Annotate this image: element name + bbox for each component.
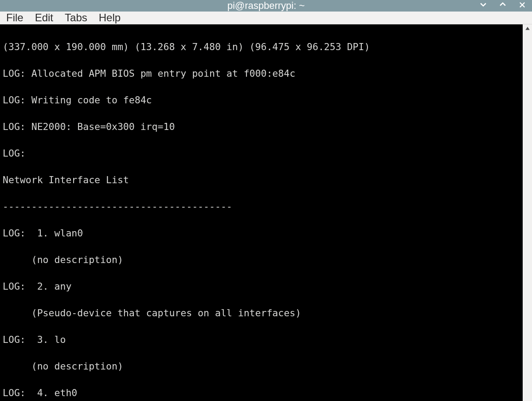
terminal-line: LOG: 1. wlan0	[3, 227, 520, 240]
window-title: pi@raspberrypi: ~	[227, 0, 305, 12]
close-icon	[518, 0, 526, 12]
menubar: File Edit Tabs Help	[0, 12, 532, 24]
close-button[interactable]	[517, 0, 528, 11]
window-controls	[478, 0, 528, 12]
chevron-down-icon	[479, 0, 488, 12]
terminal-line: LOG: 4. eth0	[3, 386, 520, 400]
svg-marker-2	[525, 27, 530, 30]
terminal-line: LOG: Writing code to fe84c	[3, 94, 520, 107]
chevron-up-icon	[498, 0, 507, 12]
terminal-line: (no description)	[3, 360, 520, 373]
triangle-up-icon	[525, 26, 530, 32]
terminal-line: LOG:	[3, 147, 520, 160]
scrollbar-track[interactable]	[523, 33, 532, 401]
terminal-line: ----------------------------------------	[3, 200, 520, 213]
terminal-line: (no description)	[3, 253, 520, 267]
menu-tabs[interactable]: Tabs	[65, 12, 87, 24]
vertical-scrollbar[interactable]	[523, 24, 532, 401]
terminal-line: (Pseudo-device that captures on all inte…	[3, 307, 520, 320]
terminal-line: LOG: 2. any	[3, 280, 520, 293]
minimize-button[interactable]	[478, 0, 489, 11]
terminal-output[interactable]: (337.000 x 190.000 mm) (13.268 x 7.480 i…	[0, 24, 523, 401]
terminal-line: LOG: NE2000: Base=0x300 irq=10	[3, 120, 520, 134]
menu-help[interactable]: Help	[99, 12, 121, 24]
terminal-window: pi@raspberrypi: ~ File Edit Tabs Help	[0, 0, 532, 401]
terminal-line: Network Interface List	[3, 173, 520, 187]
titlebar: pi@raspberrypi: ~	[0, 0, 532, 12]
terminal-area: (337.000 x 190.000 mm) (13.268 x 7.480 i…	[0, 24, 532, 401]
menu-file[interactable]: File	[6, 12, 23, 24]
menu-edit[interactable]: Edit	[35, 12, 53, 24]
maximize-button[interactable]	[497, 0, 508, 11]
terminal-line: (337.000 x 190.000 mm) (13.268 x 7.480 i…	[3, 40, 520, 54]
scroll-up-button[interactable]	[523, 24, 532, 33]
terminal-line: LOG: Allocated APM BIOS pm entry point a…	[3, 67, 520, 80]
terminal-line: LOG: 3. lo	[3, 333, 520, 346]
